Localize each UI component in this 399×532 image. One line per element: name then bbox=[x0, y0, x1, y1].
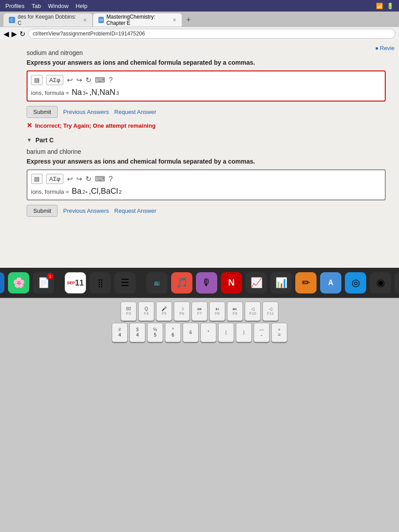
partb-answer-box: ▤ ΑΣφ ↩ ↪ ↻ ⌨ ? ions, formula = Na3+,N,N… bbox=[27, 70, 386, 102]
dock-notes[interactable]: ✏ bbox=[295, 272, 317, 293]
partb-prev-answers-link[interactable]: Previous Answers bbox=[63, 109, 109, 115]
partc-prev-answers-link[interactable]: Previous Answers bbox=[63, 207, 109, 214]
appletv-icon: 📺 bbox=[154, 280, 160, 286]
stocks-icon: 📈 bbox=[250, 277, 262, 289]
key-percent-5[interactable]: % 5 bbox=[147, 323, 163, 342]
files-badge: 1 bbox=[47, 273, 53, 279]
key-f7[interactable]: ⏮ F7 bbox=[192, 301, 207, 321]
nav-refresh-icon[interactable]: ↻ bbox=[20, 30, 25, 38]
partc-arrow-icon[interactable]: ▼ bbox=[27, 137, 32, 143]
dock-files[interactable]: 📄 1 bbox=[33, 272, 54, 293]
partb-reset-icon[interactable]: ↻ bbox=[86, 76, 91, 84]
key-caret-6[interactable]: ^ 6 bbox=[165, 323, 181, 342]
menu-bar-right: 📶 🔋 bbox=[376, 3, 394, 9]
cal-month: SEP bbox=[67, 281, 75, 285]
menu-window[interactable]: Window bbox=[48, 3, 68, 9]
key-amp[interactable]: & bbox=[183, 323, 199, 342]
partc-reset-icon[interactable]: ↻ bbox=[86, 175, 91, 183]
chart-icon: 📊 bbox=[275, 277, 287, 289]
partc-redo-icon[interactable]: ↪ bbox=[76, 175, 82, 183]
key-f3[interactable]: 80 F3 bbox=[121, 301, 137, 321]
url-input[interactable]: ct/itemView?assignmentProblemID=19147520… bbox=[28, 29, 395, 39]
key-f9[interactable]: ⏭ F9 bbox=[227, 301, 243, 321]
key-star[interactable]: * bbox=[200, 323, 216, 342]
tab1-close[interactable]: ✕ bbox=[83, 17, 87, 23]
menu-tab[interactable]: Tab bbox=[31, 3, 41, 9]
dock-appletv[interactable]: 📺 bbox=[146, 272, 168, 293]
key-hash-4[interactable]: # 4 bbox=[112, 323, 128, 342]
partc-answer-box: ▤ ΑΣφ ↩ ↪ ↻ ⌨ ? ions, formula = Ba2+,Cl,… bbox=[27, 169, 386, 200]
partc-keyboard-icon[interactable]: ⌨ bbox=[95, 175, 105, 183]
dock-stocks[interactable]: 📈 bbox=[246, 272, 267, 293]
num-key-row: # 4 $ 4 % 5 ^ 6 & * ( ) bbox=[4, 323, 395, 342]
partb-submit-btn[interactable]: Submit bbox=[27, 106, 58, 118]
error-x-icon: ✕ bbox=[27, 121, 32, 129]
tab-2[interactable]: M MasteringChemistry: Chapter E ✕ bbox=[93, 13, 182, 27]
key-rparen[interactable]: ) bbox=[236, 323, 252, 342]
key-f5[interactable]: 🎤 F5 bbox=[156, 301, 172, 321]
partb-error-text: Incorrect; Try Again; One attempt remain… bbox=[35, 122, 156, 129]
nav-forward-icon[interactable]: ▶ bbox=[12, 30, 17, 38]
partb-request-answer-link[interactable]: Request Answer bbox=[114, 109, 156, 115]
key-f6[interactable]: ☽ F6 bbox=[174, 301, 190, 321]
tab2-close[interactable]: ✕ bbox=[172, 17, 176, 23]
partb-formula-label: ions, formula = bbox=[31, 90, 69, 96]
key-dollar-4[interactable]: $ 4 bbox=[129, 323, 145, 342]
dock-chrome[interactable]: ◉ bbox=[370, 272, 391, 293]
dock-podcast[interactable]: 🎙 bbox=[196, 272, 217, 293]
partb-undo-icon[interactable]: ↩ bbox=[67, 76, 73, 84]
partb-keyboard-icon[interactable]: ⌨ bbox=[95, 76, 105, 84]
key-plus[interactable]: + = bbox=[271, 323, 287, 342]
partc-header: ▼ Part C bbox=[27, 137, 386, 144]
tab2-label: MasteringChemistry: Chapter E bbox=[106, 14, 170, 26]
dock-calendar[interactable]: SEP 11 bbox=[65, 272, 86, 293]
partc-label: Part C bbox=[35, 137, 54, 144]
partc-instruction: Express your answers as ions and chemica… bbox=[27, 158, 386, 165]
partb-na-sup: 3+ bbox=[83, 90, 89, 96]
key-f4[interactable]: Q F4 bbox=[138, 301, 154, 321]
partb-formula-sub: 3 bbox=[116, 90, 119, 96]
partc-undo-icon[interactable]: ↩ bbox=[67, 175, 73, 183]
menu-help[interactable]: Help bbox=[76, 3, 88, 9]
podcast-icon: 🎙 bbox=[202, 277, 211, 289]
key-lparen[interactable]: ( bbox=[218, 323, 234, 342]
dock-translate[interactable]: A bbox=[320, 272, 341, 293]
news-icon: N bbox=[228, 278, 235, 288]
dock-reminders[interactable]: ☰ bbox=[114, 272, 136, 293]
dock-photos[interactable]: 🌸 bbox=[8, 272, 29, 293]
dock-safari[interactable]: ◎ bbox=[345, 272, 366, 293]
key-f8[interactable]: ⏯ F8 bbox=[209, 301, 225, 321]
translate-icon: A bbox=[328, 279, 333, 287]
partc-request-answer-link[interactable]: Request Answer bbox=[114, 207, 156, 214]
tab-1[interactable]: C des for Keegan Dobbins: C ✕ bbox=[4, 13, 92, 27]
partc-submit-btn[interactable]: Submit bbox=[27, 205, 58, 217]
dock-display[interactable]: 🖥 bbox=[395, 272, 399, 293]
dock-finder[interactable]: 🌀 bbox=[0, 272, 4, 293]
partb-btn-row: Submit Previous Answers Request Answer bbox=[27, 106, 386, 118]
dock-launchpad[interactable]: ⣿ bbox=[90, 272, 111, 293]
key-f11[interactable]: ◁ F11 bbox=[262, 301, 278, 321]
key-minus[interactable]: — - bbox=[254, 323, 270, 342]
tab1-label: des for Keegan Dobbins: C bbox=[18, 14, 80, 26]
tab2-favicon: M bbox=[98, 17, 104, 23]
key-f10[interactable]: ◁ F10 bbox=[245, 301, 261, 321]
partb-help-icon[interactable]: ? bbox=[109, 76, 113, 84]
partb-formula-input[interactable]: ions, formula = Na3+,N,NaN3 bbox=[31, 88, 381, 97]
url-text: ct/itemView?assignmentProblemID=19147520… bbox=[33, 31, 145, 37]
new-tab-button[interactable]: + bbox=[183, 13, 195, 27]
partc-greek-btn[interactable]: ΑΣφ bbox=[46, 174, 63, 184]
partb-redo-icon[interactable]: ↪ bbox=[76, 76, 82, 84]
partc-formula-input[interactable]: ions, formula = Ba2+,Cl,BaCl2 bbox=[31, 187, 381, 196]
dock-chart[interactable]: 📊 bbox=[270, 272, 292, 293]
partb-format-btn[interactable]: ▤ bbox=[31, 75, 43, 85]
partc-help-icon[interactable]: ? bbox=[109, 175, 113, 183]
dock-music[interactable]: 🎵 bbox=[171, 272, 192, 293]
partb-greek-btn[interactable]: ΑΣφ bbox=[46, 75, 63, 85]
dock-news[interactable]: N bbox=[221, 272, 242, 293]
nav-back-icon[interactable]: ◀ bbox=[4, 30, 9, 38]
partb-formula-mid: ,N,NaN bbox=[89, 88, 115, 97]
revise-button[interactable]: Revie bbox=[376, 45, 395, 51]
menu-profiles[interactable]: Profiles bbox=[5, 3, 24, 9]
chrome-icon: ◉ bbox=[376, 277, 385, 289]
partc-format-btn[interactable]: ▤ bbox=[31, 174, 43, 184]
